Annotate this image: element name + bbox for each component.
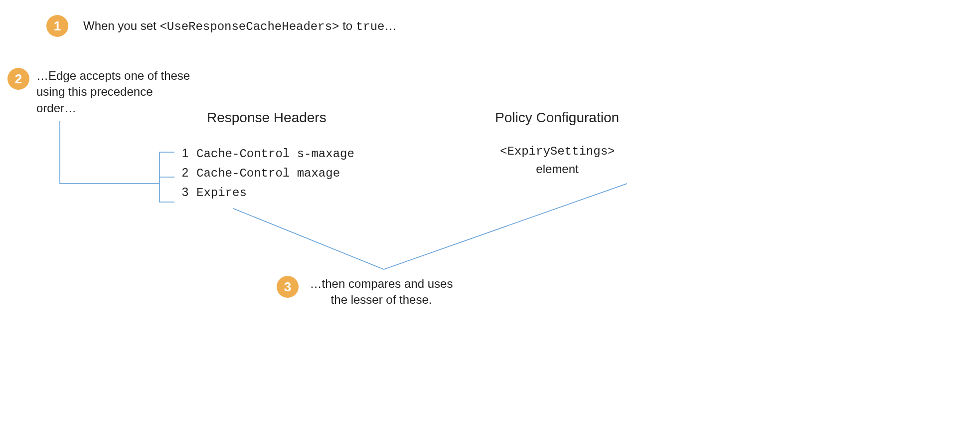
step-1: 1 When you set <UseResponseCacheHeaders>… — [46, 15, 396, 37]
badge-2: 2 — [7, 68, 29, 90]
heading-policy-configuration: Policy Configuration — [495, 110, 619, 126]
step-2-text: …Edge accepts one of these using this pr… — [36, 68, 196, 116]
step-1-mid: to — [339, 19, 355, 32]
step-1-code-tag: <UseResponseCacheHeaders> — [160, 20, 339, 33]
step-1-prefix: When you set — [83, 19, 160, 32]
badge-3: 3 — [277, 276, 299, 298]
header-row-2: 2 Cache-Control maxage — [179, 166, 354, 180]
step-1-suffix: … — [384, 19, 396, 32]
step-3-text: …then compares and uses the lesser of th… — [307, 276, 456, 308]
response-headers-list: 1 Cache-Control s-maxage 2 Cache-Control… — [179, 146, 354, 200]
header-row-2-num: 2 — [179, 166, 188, 180]
header-row-1: 1 Cache-Control s-maxage — [179, 146, 354, 161]
heading-response-headers: Response Headers — [207, 110, 327, 126]
header-row-3: 3 Expires — [179, 185, 354, 200]
header-row-2-label: Cache-Control maxage — [196, 167, 340, 180]
header-row-1-label: Cache-Control s-maxage — [196, 147, 354, 161]
header-row-3-num: 3 — [179, 185, 188, 199]
policy-config-box: <ExpirySettings> element — [500, 145, 615, 176]
header-row-1-num: 1 — [179, 146, 188, 160]
policy-tag: <ExpirySettings> — [500, 145, 615, 158]
step-1-code-val: true — [356, 20, 385, 33]
step-1-text: When you set <UseResponseCacheHeaders> t… — [83, 19, 396, 33]
step-3: 3 …then compares and uses the lesser of … — [277, 276, 456, 308]
header-row-3-label: Expires — [196, 186, 247, 200]
badge-1: 1 — [46, 15, 68, 37]
policy-element-word: element — [500, 162, 615, 176]
step-2: 2 …Edge accepts one of these using this … — [7, 68, 196, 116]
